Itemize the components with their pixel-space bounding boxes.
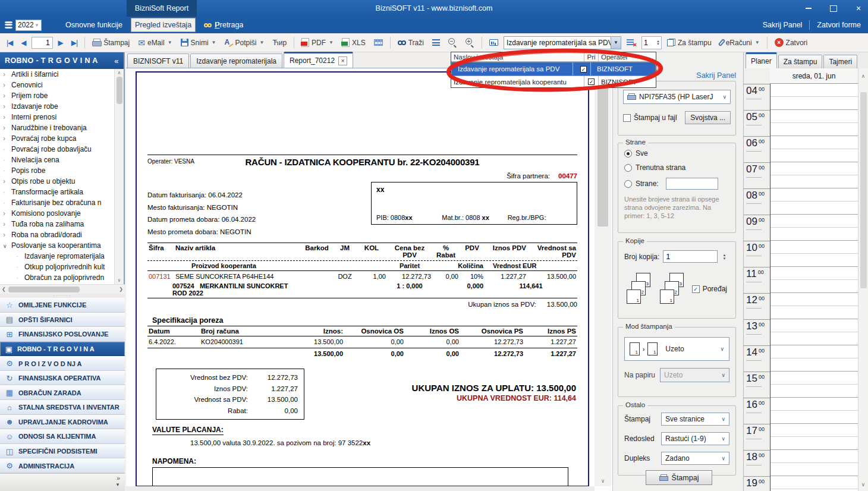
module-item[interactable]: ODNOSI SA KLIJENTIMA (0, 429, 125, 444)
scrollbar-thumb[interactable] (117, 77, 122, 104)
doc-tab-izdavanje[interactable]: Izdavanje repromaterijala (190, 53, 282, 68)
queue-print-button[interactable]: Za štampu (664, 37, 715, 49)
page-number-input[interactable] (32, 37, 53, 49)
module-item[interactable]: OMILJENE FUNKCIJE (0, 298, 125, 313)
tree-expand-icon[interactable] (3, 92, 11, 100)
tree-expand-icon[interactable] (3, 145, 11, 153)
scroll-down-icon[interactable]: ∨ (601, 478, 605, 484)
radio-page-range[interactable]: Strane: (624, 178, 729, 190)
print-mode-select[interactable]: › Uzeto ∨ (624, 337, 729, 361)
tree-expand-icon[interactable] (3, 81, 11, 89)
scroll-up-icon[interactable]: ∧ (118, 70, 121, 75)
tree-item[interactable]: Tuđa roba na zalihama (0, 219, 115, 229)
planner-scrollbar[interactable]: ∧ ∨ (858, 68, 868, 491)
tree-item[interactable]: Narudžbine i trebovanja (0, 122, 115, 133)
module-item[interactable]: UPRAVLJANJE KADROVIMA (0, 415, 125, 430)
tree-horizontal-scrollbar[interactable]: ❮ ❯ (0, 284, 125, 294)
tree-item[interactable]: Otpis robe u objektu (0, 176, 115, 187)
clear-filter-button[interactable] (624, 37, 639, 48)
planner-schedule-grid[interactable] (770, 84, 858, 491)
email-button[interactable]: ✉eMail▼ (135, 37, 175, 49)
module-item[interactable]: OBRAČUN ZARADA (0, 385, 125, 400)
last-page-button[interactable]: ▶| (68, 37, 80, 49)
tree-item[interactable]: Popis robe (0, 165, 115, 176)
tab-tajmeri[interactable]: Tajmeri (823, 55, 857, 68)
maximize-button[interactable] (829, 4, 838, 13)
dropdown-row[interactable]: Izdavanje repromaterijala kooperantu ✓ B… (451, 76, 656, 87)
search-button[interactable]: Traži (395, 37, 427, 49)
module-item[interactable]: P R O I Z V O D NJ A (0, 356, 125, 371)
close-button[interactable]: × (854, 4, 863, 13)
spinner-arrows[interactable]: ▲▼ (655, 37, 661, 49)
radio-all-pages[interactable]: Sve (624, 149, 729, 158)
tab-za-stampu[interactable]: Za štampu (778, 55, 823, 68)
scroll-left-icon[interactable]: ❮ (2, 287, 6, 292)
tree-expand-icon[interactable] (3, 209, 11, 218)
checkbox-checked[interactable]: ✓ (580, 66, 587, 73)
einvoice-button[interactable]: eRačuni▼ (717, 37, 763, 49)
tree-expand-icon[interactable] (3, 70, 11, 78)
tree-expand-icon[interactable] (3, 188, 11, 196)
app-tab-biznisoft-report[interactable]: BizniSoft Report (127, 0, 197, 17)
tree-item[interactable]: Povraćaj robe dobavljaču (0, 144, 115, 155)
copies-count-input[interactable] (663, 250, 718, 263)
grid-export-button[interactable] (371, 37, 386, 48)
cyrillic-toggle-button[interactable]: Ћир (269, 37, 290, 49)
save-button[interactable]: Snimi▼ (178, 37, 219, 49)
sidebar-overflow-strip[interactable]: »▼ (0, 473, 125, 491)
tree-expand-icon[interactable] (16, 252, 24, 260)
copies-input[interactable] (642, 37, 655, 49)
scroll-down-icon[interactable]: ∨ (118, 278, 121, 283)
tree-item[interactable]: Nivelacija cena (0, 155, 115, 165)
tree-item[interactable]: Artikli i šifarnici (0, 69, 115, 80)
close-report-button[interactable]: ×Zatvori (772, 36, 811, 49)
xls-export-button[interactable]: XLS (339, 36, 369, 49)
preview-button[interactable] (486, 37, 501, 48)
tree-item[interactable]: Fakturisanje bez obračuna n (0, 197, 115, 208)
tab-pretraga[interactable]: PPretraga (196, 17, 251, 33)
page-range-input[interactable] (666, 178, 718, 190)
tab-planer[interactable]: Planer (746, 52, 777, 68)
module-item[interactable]: FINANSIJSKO POSLOVANJE (0, 327, 125, 342)
option-select[interactable]: Zadano ∨ (661, 452, 729, 465)
first-page-button[interactable]: |◀ (4, 37, 15, 49)
close-forms-link[interactable]: Zatvori forme (810, 17, 868, 33)
close-tab-icon[interactable]: × (338, 56, 347, 65)
tree-item[interactable]: Izdavanje robe (0, 101, 115, 112)
tree-expand-icon[interactable] (16, 273, 24, 282)
tab-osnovne-funkcije[interactable]: Osnovne funkcije (57, 17, 131, 33)
doc-tab-report[interactable]: Report_70212× (284, 52, 353, 68)
tree-item[interactable]: Obračun za poljoprivredn (0, 272, 115, 283)
tree-expand-icon[interactable] (3, 231, 11, 239)
module-item[interactable]: OPŠTI ŠIFARNICI (0, 313, 125, 328)
checkbox-checked[interactable]: ✓ (588, 78, 595, 85)
scroll-right-icon[interactable]: ❯ (119, 287, 123, 292)
tree-expand-icon[interactable] (3, 156, 11, 164)
report-horizontal-scrollbar[interactable] (126, 486, 595, 491)
tree-expand-icon[interactable] (3, 177, 11, 185)
module-item[interactable]: STALNA SREDSTVA I INVENTAR (0, 400, 125, 415)
tree-expand-icon[interactable] (3, 113, 11, 121)
hide-panel-link[interactable]: Sakrij Panel (756, 17, 810, 33)
report-select-combo[interactable]: Izdavanje repromaterijala sa PDV ▼ (504, 36, 621, 49)
scroll-up-icon[interactable]: ∧ (861, 73, 866, 79)
tree-expand-icon[interactable] (16, 263, 24, 271)
tree-item[interactable]: Cenovnici (0, 80, 115, 90)
tree-expand-icon[interactable] (3, 102, 11, 111)
doc-tab-biznisoft[interactable]: BIZNISOFT v11 (127, 53, 189, 68)
tree-item[interactable]: Povraćaj robe kupca (0, 133, 115, 144)
collate-checkbox-row[interactable]: ✓ Poređaj (692, 285, 727, 293)
print-button[interactable]: Štampaj (89, 37, 133, 49)
tree-item[interactable]: Izdavanje repromaterijala (0, 251, 115, 262)
year-selector[interactable]: 2022▼ (15, 20, 42, 31)
scrollbar-thumb[interactable] (8, 287, 80, 292)
checkbox-checked[interactable]: ✓ (692, 285, 700, 293)
pdf-export-button[interactable]: PDF▼ (298, 36, 336, 49)
next-page-button[interactable]: ▶ (55, 37, 66, 49)
option-select[interactable]: Sve stranice ∨ (661, 413, 729, 426)
copies-spinner[interactable]: ▲▼ (641, 36, 662, 49)
radio-current-page[interactable]: Trenutna strana (624, 163, 729, 172)
thumbnails-button[interactable] (429, 37, 443, 48)
prev-page-button[interactable]: ◀ (18, 37, 29, 49)
tree-expand-icon[interactable] (3, 220, 11, 228)
